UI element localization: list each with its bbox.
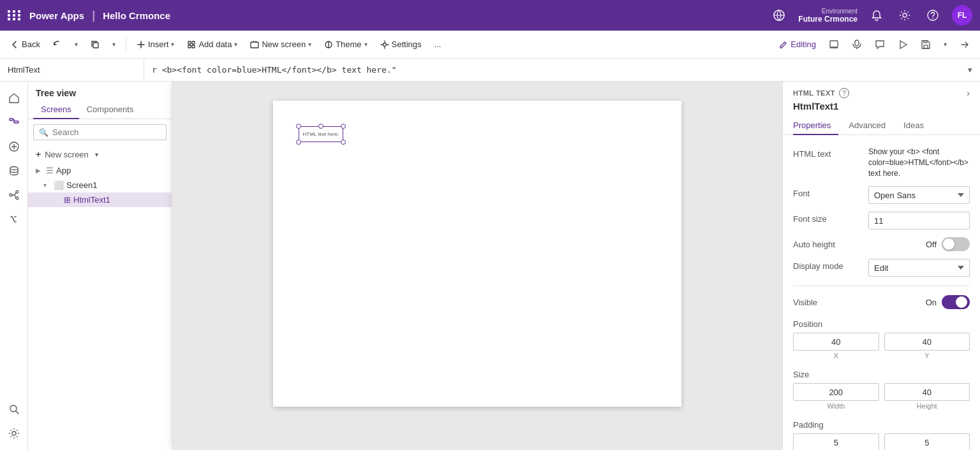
position-y-item: Y — [884, 333, 970, 359]
environment-icon — [770, 6, 788, 24]
tab-ideas[interactable]: Ideas — [903, 117, 932, 135]
settings-icon[interactable] — [896, 6, 914, 24]
prop-size-label-row: Size — [783, 363, 980, 383]
settings-button[interactable]: Settings — [375, 34, 427, 55]
auto-height-state: Off — [926, 240, 937, 249]
undo-button[interactable] — [48, 34, 67, 55]
theme-button[interactable]: Theme ▾ — [319, 34, 372, 55]
tab-screens[interactable]: Screens — [33, 101, 79, 119]
tree-item-app[interactable]: ▶ ☰ App — [28, 163, 172, 178]
size-height-input[interactable] — [884, 383, 970, 401]
right-panel-section-label: HTML TEXT — [793, 89, 835, 97]
tab-properties[interactable]: Properties — [793, 117, 838, 135]
nav-separator: | — [92, 9, 95, 22]
formula-selector[interactable]: HtmlText — [0, 59, 144, 81]
new-screen-button[interactable]: New screen ▾ — [245, 34, 316, 55]
back-label: Back — [22, 40, 40, 49]
prop-padding-top-bottom: Top Bottom — [783, 433, 980, 450]
copy-caret-button[interactable]: ▾ — [107, 34, 121, 55]
save-icon-button[interactable] — [916, 34, 936, 55]
font-select[interactable]: Open Sans — [868, 186, 970, 204]
html-text-prop-label: HTML text — [793, 147, 863, 159]
html-text-prop-value: Show your <b> <font color=blue>HTML</fon… — [868, 147, 970, 178]
formula-input[interactable] — [144, 59, 960, 81]
editing-button[interactable]: Editing — [774, 37, 821, 52]
tree-items: ▶ ☰ App ▾ ⬜ Screen1 ▶ ⊞ HtmlText1 — [28, 163, 172, 450]
copy-button[interactable] — [85, 34, 105, 55]
back-button[interactable]: Back — [5, 34, 45, 55]
handle-br[interactable] — [341, 140, 346, 145]
tab-components[interactable]: Components — [79, 101, 142, 119]
right-panel-title: HtmlText1 — [783, 101, 980, 117]
publish-icon-button[interactable] — [954, 34, 975, 55]
add-data-button[interactable]: Add data ▾ — [182, 34, 242, 55]
font-size-input[interactable] — [868, 212, 970, 229]
right-panel-help-icon[interactable]: ? — [839, 88, 849, 98]
auto-height-toggle[interactable] — [942, 237, 970, 251]
html-text-widget[interactable]: HTML text here. — [299, 126, 343, 142]
more-button[interactable]: ... — [429, 34, 447, 55]
handle-tr[interactable] — [341, 124, 346, 129]
size-width-item: Width — [793, 383, 879, 410]
environment-label: Environment — [822, 8, 858, 15]
undo-caret-button[interactable]: ▾ — [70, 34, 83, 55]
font-prop-label: Font — [793, 186, 863, 198]
settings-sidebar-button[interactable] — [3, 422, 26, 445]
svg-rect-17 — [14, 121, 19, 123]
tree-search-input[interactable] — [52, 127, 161, 137]
visible-label: Visible — [793, 298, 863, 307]
app-logo: Power Apps | Hello Crmonce — [8, 9, 170, 22]
environment-name: Future Crmonce — [798, 15, 858, 24]
comment-icon-button[interactable] — [870, 34, 890, 55]
size-width-input[interactable] — [793, 383, 879, 401]
prop-visible: Visible On — [783, 291, 980, 313]
tree-item-screen1[interactable]: ▾ ⬜ Screen1 — [28, 178, 172, 192]
html-text-value: Show your <b> <font color=blue>HTML</fon… — [868, 147, 969, 178]
variables-icon-button[interactable] — [3, 208, 26, 231]
connections-icon-button[interactable] — [3, 184, 26, 207]
new-screen-label: New screen — [262, 40, 306, 49]
waffle-icon[interactable] — [8, 10, 22, 20]
tab-advanced[interactable]: Advanced — [849, 117, 893, 135]
preview-icon-button[interactable] — [824, 34, 844, 55]
more-label: ... — [434, 40, 442, 49]
tree-tabs: Screens Components — [28, 101, 172, 119]
notifications-icon[interactable] — [868, 6, 886, 24]
position-y-input[interactable] — [884, 333, 970, 351]
prop-position-values: X Y — [783, 333, 980, 363]
display-mode-select[interactable]: Edit — [868, 259, 970, 277]
new-screen-caret: ▾ — [95, 151, 98, 158]
padding-top-input[interactable] — [793, 433, 879, 450]
formula-chevron[interactable]: ▾ — [960, 65, 980, 75]
right-panel: HTML TEXT ? › HtmlText1 Properties Advan… — [782, 82, 980, 450]
size-label: Size — [793, 367, 863, 379]
visible-toggle[interactable] — [942, 295, 970, 309]
home-icon-button[interactable] — [3, 87, 26, 110]
handle-tl[interactable] — [296, 124, 301, 129]
mic-icon-button[interactable] — [847, 34, 867, 55]
right-panel-header: HTML TEXT ? › — [783, 82, 980, 101]
search-icon-button[interactable] — [3, 398, 26, 421]
htmltext1-icon: ⊞ — [64, 195, 71, 205]
right-panel-collapse-icon[interactable]: › — [967, 88, 970, 98]
padding-bottom-input[interactable] — [884, 433, 970, 450]
avatar[interactable]: FL — [952, 5, 972, 25]
help-icon[interactable] — [924, 6, 942, 24]
canvas-area[interactable]: HTML text here. — [172, 82, 782, 450]
canvas-screen: HTML text here. — [273, 101, 681, 407]
prop-position-label-row: Position — [783, 313, 980, 333]
svg-rect-3 — [93, 43, 98, 48]
new-screen-button[interactable]: + New screen ▾ — [28, 145, 172, 163]
tree-item-htmltext1[interactable]: ▶ ⊞ HtmlText1 — [28, 192, 172, 207]
handle-bl[interactable] — [296, 140, 301, 145]
play-icon-button[interactable] — [893, 34, 913, 55]
data-icon-button[interactable] — [3, 159, 26, 182]
handle-tm[interactable] — [318, 124, 323, 129]
right-panel-content: HTML text Show your <b> <font color=blue… — [783, 135, 980, 450]
save-caret-button[interactable]: ▾ — [939, 34, 952, 55]
formula-bar: HtmlText ▾ — [0, 59, 980, 82]
insert-button[interactable]: Insert ▾ — [131, 34, 180, 55]
tree-view-icon-button[interactable] — [3, 111, 26, 134]
position-x-input[interactable] — [793, 333, 879, 351]
plus-icon-button[interactable] — [3, 135, 26, 158]
